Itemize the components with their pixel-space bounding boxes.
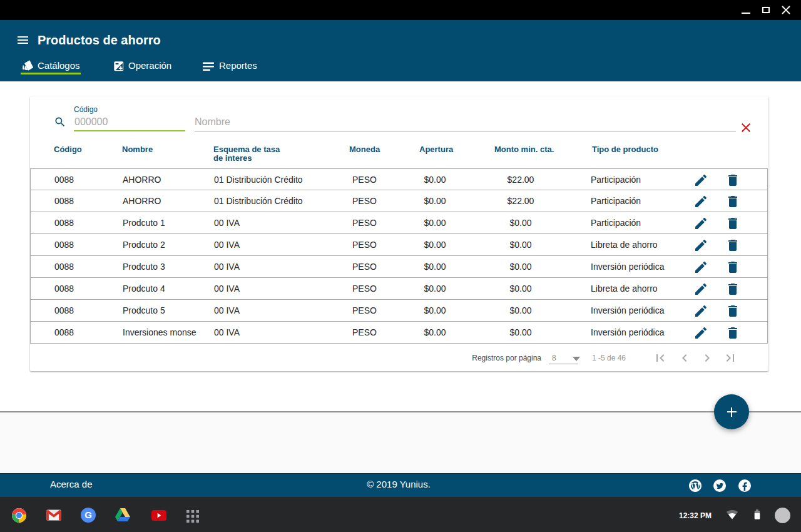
svg-text:G: G: [84, 509, 92, 520]
